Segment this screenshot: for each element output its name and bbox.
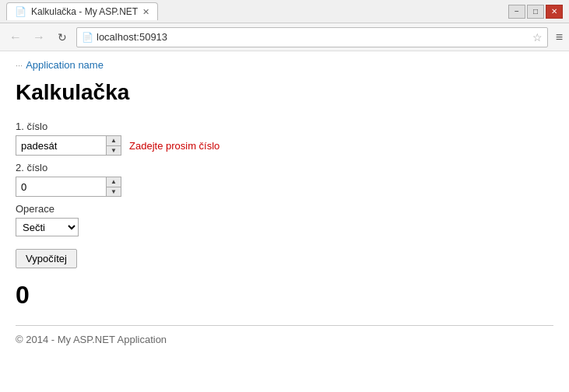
footer-text: © 2014 - My ASP.NET Application bbox=[16, 334, 167, 345]
first-number-spinner: ▲ ▼ bbox=[16, 135, 121, 156]
title-bar: 📄 Kalkulačka - My ASP.NET ✕ − □ ✕ bbox=[0, 0, 569, 23]
operation-section: Operace Sečti Odečti Vynásob Vyděl bbox=[16, 203, 553, 236]
page-title: Kalkulačka bbox=[16, 80, 553, 105]
second-number-arrows: ▲ ▼ bbox=[106, 177, 121, 196]
title-bar-left: 📄 Kalkulačka - My ASP.NET ✕ bbox=[6, 2, 158, 20]
first-number-down-arrow[interactable]: ▼ bbox=[107, 146, 121, 156]
refresh-icon: ↻ bbox=[58, 31, 67, 44]
second-number-up-arrow[interactable]: ▲ bbox=[107, 177, 121, 187]
browser-menu-icon[interactable]: ≡ bbox=[556, 30, 563, 44]
operation-label: Operace bbox=[16, 203, 553, 215]
second-number-wrap: ▲ ▼ bbox=[16, 177, 553, 197]
second-number-down-arrow[interactable]: ▼ bbox=[107, 187, 121, 197]
first-number-section: 1. číslo ▲ ▼ Zadejte prosim číslo bbox=[16, 121, 553, 156]
minimize-button[interactable]: − bbox=[508, 5, 525, 19]
bookmark-icon[interactable]: ☆ bbox=[532, 31, 543, 44]
browser-tab[interactable]: 📄 Kalkulačka - My ASP.NET ✕ bbox=[6, 2, 158, 20]
tab-icon: 📄 bbox=[15, 6, 26, 17]
refresh-button[interactable]: ↻ bbox=[53, 28, 72, 47]
second-number-section: 2. číslo ▲ ▼ bbox=[16, 162, 553, 197]
back-button[interactable]: ← bbox=[6, 28, 25, 47]
tab-close-icon[interactable]: ✕ bbox=[142, 7, 149, 17]
maximize-button[interactable]: □ bbox=[527, 5, 544, 19]
page-footer: © 2014 - My ASP.NET Application bbox=[16, 325, 553, 345]
tab-label: Kalkulačka - My ASP.NET bbox=[31, 6, 138, 17]
browser-toolbar: ← → ↻ 📄 ☆ ≡ bbox=[0, 23, 569, 51]
second-number-input[interactable] bbox=[16, 177, 106, 196]
first-number-arrows: ▲ ▼ bbox=[106, 136, 121, 155]
back-icon: ← bbox=[9, 30, 22, 44]
application-name-link[interactable]: Application name bbox=[26, 59, 104, 71]
operation-select[interactable]: Sečti Odečti Vynásob Vyděl bbox=[16, 218, 79, 236]
first-number-up-arrow[interactable]: ▲ bbox=[107, 136, 121, 146]
first-number-wrap: ▲ ▼ Zadejte prosim číslo bbox=[16, 135, 553, 156]
breadcrumb-dots: ··· bbox=[16, 61, 23, 70]
breadcrumb: ··· Application name bbox=[16, 59, 553, 71]
first-number-input[interactable] bbox=[16, 136, 106, 155]
title-bar-controls: − □ ✕ bbox=[508, 5, 563, 19]
address-bar-wrap: 📄 ☆ bbox=[76, 27, 548, 47]
browser-window: 📄 Kalkulačka - My ASP.NET ✕ − □ ✕ ← → ↻ … bbox=[0, 0, 569, 392]
operation-select-wrap: Sečti Odečti Vynásob Vyděl bbox=[16, 218, 553, 236]
page-content: ··· Application name Kalkulačka 1. číslo… bbox=[0, 51, 569, 392]
close-button[interactable]: ✕ bbox=[546, 5, 563, 19]
second-number-label: 2. číslo bbox=[16, 162, 553, 173]
calculate-button[interactable]: Vypočítej bbox=[16, 249, 77, 268]
page-icon: 📄 bbox=[82, 32, 93, 43]
forward-icon: → bbox=[33, 30, 45, 44]
second-number-spinner: ▲ ▼ bbox=[16, 177, 121, 197]
address-bar[interactable] bbox=[97, 31, 529, 43]
first-number-label: 1. číslo bbox=[16, 121, 553, 132]
validation-message: Zadejte prosim číslo bbox=[129, 140, 220, 152]
result-display: 0 bbox=[16, 281, 553, 310]
forward-button[interactable]: → bbox=[30, 28, 48, 47]
